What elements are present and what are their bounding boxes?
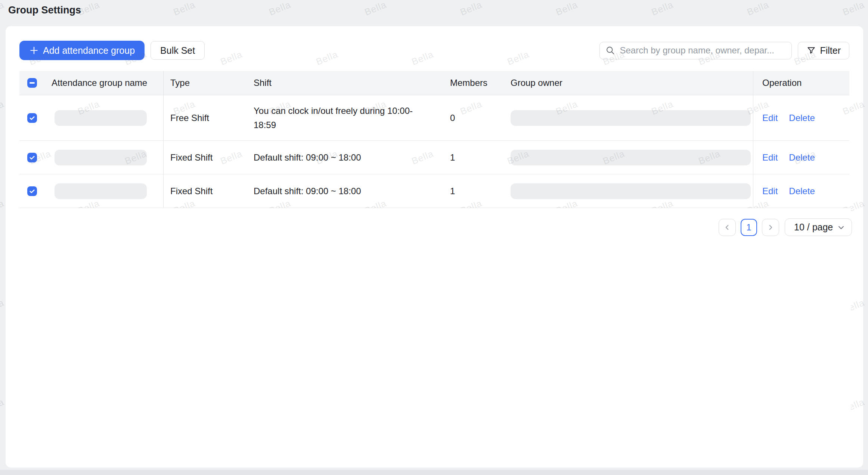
redacted-name-placeholder: [55, 183, 147, 199]
edit-link[interactable]: Edit: [762, 186, 778, 196]
owner-cell: [504, 174, 753, 208]
column-header-operation: Operation: [753, 71, 849, 95]
watermark-text: Bella: [363, 0, 388, 18]
filter-button[interactable]: Filter: [798, 42, 849, 59]
shift-cell: Default shift: 09:00 ~ 18:00: [247, 174, 443, 208]
watermark-text: Bella: [0, 99, 6, 117]
check-icon: [29, 115, 35, 121]
shift-cell: You can clock in/out freely during 10:00…: [247, 95, 443, 140]
watermark-text: Bella: [851, 208, 863, 216]
filter-funnel-icon: [806, 46, 816, 55]
pagination: 1 10 / page: [714, 218, 852, 236]
members-cell: 1: [443, 174, 504, 208]
table-row: Free Shift You can clock in/out freely d…: [19, 95, 849, 141]
operation-cell: Edit Delete: [753, 95, 849, 140]
toolbar: Add attendance group Bulk Set Filter: [19, 41, 849, 60]
watermark-layer-card-edge: BellaBellaBellaBellaBellaBellaBellaBella…: [851, 208, 863, 459]
redacted-name-placeholder: [55, 150, 147, 165]
owner-cell: [504, 141, 753, 174]
watermark-text: Bella: [841, 0, 866, 18]
redacted-owner-placeholder: [511, 150, 751, 165]
members-cell: 1: [443, 141, 504, 174]
row-checkbox-checked[interactable]: [27, 153, 37, 162]
group-name-cell: [45, 174, 163, 208]
redacted-name-placeholder: [55, 110, 147, 126]
watermark-text: Bella: [650, 0, 675, 18]
column-header-type: Type: [163, 71, 247, 95]
check-icon: [29, 188, 35, 195]
group-settings-card: Add attendance group Bulk Set Filter Att…: [6, 26, 863, 468]
page-background: { "page": { "title": "Group Settings", "…: [0, 0, 868, 475]
filter-label: Filter: [820, 45, 841, 56]
row-checkbox-cell: [19, 141, 45, 174]
chevron-right-icon: [766, 223, 775, 232]
group-name-cell: [45, 141, 163, 174]
search-icon: [605, 45, 616, 56]
row-checkbox-cell: [19, 174, 45, 208]
header-checkbox-cell: [19, 71, 45, 95]
page-bottom-strip: [0, 470, 868, 475]
check-icon: [29, 154, 35, 161]
delete-link[interactable]: Delete: [789, 113, 815, 123]
add-attendance-group-label: Add attendance group: [43, 45, 135, 56]
edit-link[interactable]: Edit: [762, 152, 778, 163]
watermark-text: Bella: [745, 0, 771, 18]
page-size-value: 10 / page: [794, 222, 833, 233]
column-header-name: Attendance group name: [45, 71, 163, 95]
search-box[interactable]: [599, 42, 792, 59]
select-all-checkbox-indeterminate[interactable]: [27, 78, 37, 88]
redacted-owner-placeholder: [511, 183, 751, 199]
attendance-groups-table: Attendance group name Type Shift Members…: [19, 71, 849, 208]
bulk-set-label: Bulk Set: [160, 45, 195, 56]
type-cell: Free Shift: [163, 95, 247, 140]
watermark-text: Bella: [851, 397, 863, 415]
chevron-down-icon: [837, 223, 846, 232]
indeterminate-mark-icon: [30, 82, 35, 84]
add-attendance-group-button[interactable]: Add attendance group: [19, 41, 145, 60]
delete-link[interactable]: Delete: [789, 152, 815, 163]
plus-icon: [29, 46, 39, 55]
table-row: Fixed Shift Default shift: 09:00 ~ 18:00…: [19, 141, 849, 174]
watermark-text: Bella: [0, 297, 6, 316]
page-1-button[interactable]: 1: [741, 219, 757, 236]
shift-text: Default shift: 09:00 ~ 18:00: [254, 150, 361, 165]
next-page-button[interactable]: [762, 219, 779, 236]
watermark-text: Bella: [0, 0, 6, 18]
redacted-owner-placeholder: [511, 110, 751, 126]
row-checkbox-checked[interactable]: [27, 113, 37, 123]
operation-cell: Edit Delete: [753, 174, 849, 208]
type-cell: Fixed Shift: [163, 174, 247, 208]
chevron-left-icon: [723, 223, 731, 232]
row-checkbox-checked[interactable]: [27, 186, 37, 196]
table-header-row: Attendance group name Type Shift Members…: [19, 71, 849, 95]
shift-text: Default shift: 09:00 ~ 18:00: [254, 184, 361, 198]
group-name-cell: [45, 95, 163, 140]
type-cell: Fixed Shift: [163, 141, 247, 174]
prev-page-button[interactable]: [719, 219, 736, 236]
members-cell: 0: [443, 95, 504, 140]
column-header-owner: Group owner: [504, 71, 753, 95]
operation-cell: Edit Delete: [753, 141, 849, 174]
watermark-text: Bella: [0, 397, 6, 415]
row-checkbox-cell: [19, 95, 45, 140]
shift-cell: Default shift: 09:00 ~ 18:00: [247, 141, 443, 174]
bulk-set-button[interactable]: Bulk Set: [151, 41, 205, 60]
owner-cell: [504, 95, 753, 140]
page-size-select[interactable]: 10 / page: [785, 218, 852, 236]
search-input[interactable]: [620, 45, 786, 56]
shift-text: You can clock in/out freely during 10:00…: [254, 104, 434, 132]
delete-link[interactable]: Delete: [789, 186, 815, 196]
watermark-text: Bella: [459, 0, 484, 18]
watermark-text: Bella: [267, 0, 292, 18]
watermark-text: Bella: [0, 198, 6, 217]
table-row: Fixed Shift Default shift: 09:00 ~ 18:00…: [19, 174, 849, 208]
page-title: Group Settings: [8, 4, 81, 16]
edit-link[interactable]: Edit: [762, 113, 778, 123]
column-header-members: Members: [443, 71, 504, 95]
watermark-text: Bella: [172, 0, 197, 18]
watermark-text: Bella: [554, 0, 579, 18]
watermark-text: Bella: [851, 297, 863, 316]
column-header-shift: Shift: [247, 71, 443, 95]
